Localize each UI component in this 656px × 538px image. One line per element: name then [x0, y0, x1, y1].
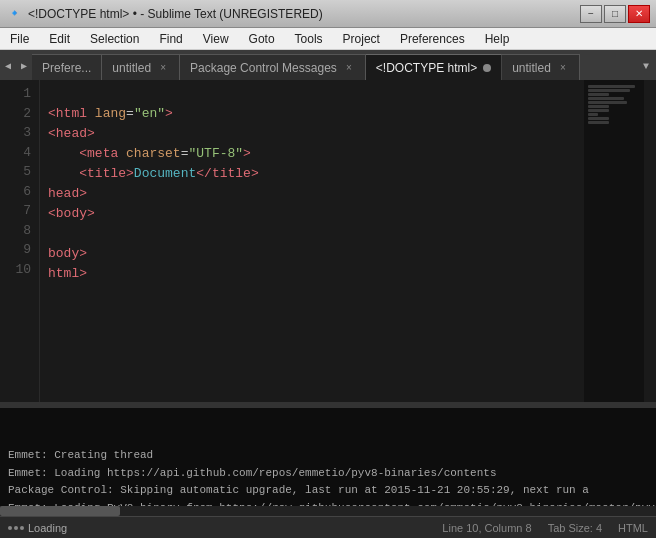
loading-label: Loading	[28, 522, 67, 534]
tab-close-4[interactable]: ×	[557, 62, 569, 74]
tab-0[interactable]: Prefere...	[32, 54, 102, 80]
menu-bar: FileEditSelectionFindViewGotoToolsProjec…	[0, 28, 656, 50]
cursor-position[interactable]: Line 10, Column 8	[442, 522, 531, 534]
loading-dots	[8, 526, 24, 530]
menu-item-edit[interactable]: Edit	[39, 28, 80, 49]
code-line-9: body>	[48, 244, 576, 264]
syntax[interactable]: HTML	[618, 522, 648, 534]
line-number-7: 7	[4, 201, 31, 221]
code-line-5: <title>Document</title>	[48, 164, 576, 184]
tab-dropdown[interactable]: ▼	[636, 52, 656, 80]
tab-1[interactable]: untitled×	[102, 54, 180, 80]
minimap-content	[584, 80, 644, 129]
maximize-button[interactable]: □	[604, 5, 626, 23]
code-line-8	[48, 224, 576, 244]
horizontal-scrollbar[interactable]	[0, 506, 656, 516]
code-line-4: <meta charset="UTF-8">	[48, 144, 576, 164]
menu-item-selection[interactable]: Selection	[80, 28, 149, 49]
line-number-6: 6	[4, 182, 31, 202]
tab-label-1: untitled	[112, 61, 151, 75]
status-bar: Loading Line 10, Column 8 Tab Size: 4 HT…	[0, 516, 656, 538]
line-number-1: 1	[4, 84, 31, 104]
title-bar: 🔹 <!DOCTYPE html> • - Sublime Text (UNRE…	[0, 0, 656, 28]
menu-item-help[interactable]: Help	[475, 28, 520, 49]
tab-scroll-right[interactable]: ▶	[16, 52, 32, 80]
tab-4[interactable]: untitled×	[502, 54, 580, 80]
app-icon: 🔹	[6, 6, 22, 22]
console-output: Emmet: Creating threadEmmet: Loading htt…	[0, 408, 656, 516]
tabs-container: Prefere...untitled×Package Control Messa…	[32, 54, 636, 80]
line-number-9: 9	[4, 240, 31, 260]
line-number-5: 5	[4, 162, 31, 182]
title-bar-text: <!DOCTYPE html> • - Sublime Text (UNREGI…	[28, 7, 580, 21]
tab-bar: ◀ ▶ Prefere...untitled×Package Control M…	[0, 50, 656, 80]
line-number-4: 4	[4, 143, 31, 163]
scrollbar-thumb[interactable]	[0, 506, 120, 516]
menu-item-view[interactable]: View	[193, 28, 239, 49]
minimap	[584, 80, 644, 402]
status-bar-right: Line 10, Column 8 Tab Size: 4 HTML	[442, 522, 648, 534]
tab-label-3: <!DOCTYPE html>	[376, 61, 477, 75]
line-number-2: 2	[4, 104, 31, 124]
tab-label-0: Prefere...	[42, 61, 91, 75]
loading-dot-3	[20, 526, 24, 530]
code-line-2: <html lang="en">	[48, 104, 576, 124]
menu-item-preferences[interactable]: Preferences	[390, 28, 475, 49]
line-number-8: 8	[4, 221, 31, 241]
vertical-scrollbar[interactable]	[644, 80, 656, 402]
tab-close-1[interactable]: ×	[157, 62, 169, 74]
line-numbers: 12345678910	[0, 80, 40, 402]
line-number-3: 3	[4, 123, 31, 143]
tab-close-2[interactable]: ×	[343, 62, 355, 74]
loading-indicator: Loading	[8, 522, 67, 534]
menu-item-tools[interactable]: Tools	[285, 28, 333, 49]
code-line-10: html>	[48, 264, 576, 284]
console-line: Emmet: Loading https://api.github.com/re…	[8, 465, 648, 483]
loading-dot-1	[8, 526, 12, 530]
menu-item-file[interactable]: File	[0, 28, 39, 49]
tab-label-4: untitled	[512, 61, 551, 75]
code-editor[interactable]: <html lang="en"><head> <meta charset="UT…	[40, 80, 584, 402]
minimize-button[interactable]: −	[580, 5, 602, 23]
tab-dirty-dot-3	[483, 64, 491, 72]
console-line: Emmet: Creating thread	[8, 447, 648, 465]
title-bar-buttons: − □ ✕	[580, 5, 650, 23]
tab-3[interactable]: <!DOCTYPE html>	[366, 54, 502, 80]
line-number-10: 10	[4, 260, 31, 280]
console-panel: Emmet: Creating threadEmmet: Loading htt…	[0, 406, 656, 516]
code-line-1	[48, 84, 576, 104]
code-line-7: <body>	[48, 204, 576, 224]
tab-size[interactable]: Tab Size: 4	[548, 522, 602, 534]
code-line-3: <head>	[48, 124, 576, 144]
code-line-6: head>	[48, 184, 576, 204]
close-button[interactable]: ✕	[628, 5, 650, 23]
editor-area: 12345678910 <html lang="en"><head> <meta…	[0, 80, 656, 402]
menu-item-find[interactable]: Find	[149, 28, 192, 49]
menu-item-project[interactable]: Project	[333, 28, 390, 49]
tab-2[interactable]: Package Control Messages×	[180, 54, 366, 80]
tab-label-2: Package Control Messages	[190, 61, 337, 75]
tab-scroll-left[interactable]: ◀	[0, 52, 16, 80]
menu-item-goto[interactable]: Goto	[239, 28, 285, 49]
loading-dot-2	[14, 526, 18, 530]
console-line: Package Control: Skipping automatic upgr…	[8, 482, 648, 500]
